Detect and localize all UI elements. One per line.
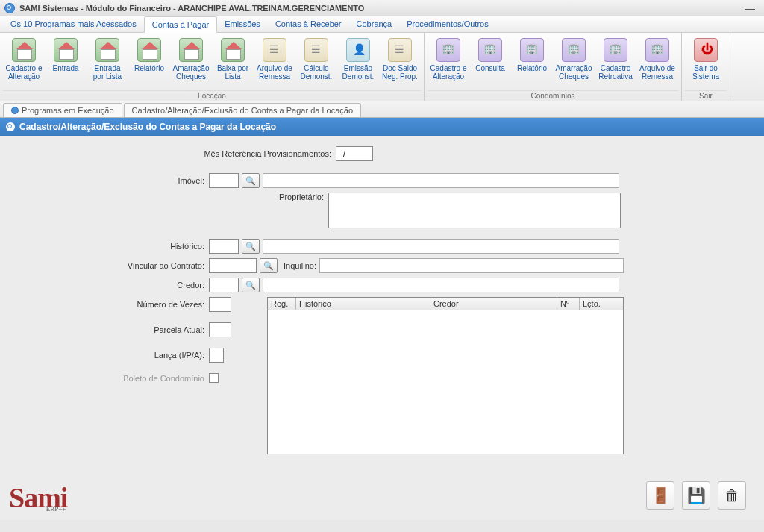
ribbon-btn-doc-saldo[interactable]: Doc Saldo Neg. Prop. bbox=[379, 34, 421, 90]
ribbon-btn-emissao-demonst[interactable]: Emissão Demonst. bbox=[337, 34, 379, 90]
ribbon-btn-condo-relatorio[interactable]: Relatório bbox=[511, 34, 553, 90]
imovel-lookup-button[interactable]: 🔍 bbox=[242, 173, 260, 188]
parcela-input[interactable] bbox=[209, 322, 231, 337]
building-icon bbox=[520, 38, 544, 62]
minimize-button[interactable]: — bbox=[740, 2, 760, 14]
parcela-label: Parcela Atual: bbox=[15, 325, 209, 334]
trash-icon: 🗑 bbox=[724, 487, 739, 504]
ribbon-group-sair: Sair do Sistema Sair bbox=[682, 33, 730, 101]
menu-tab-emissoes[interactable]: Emissões bbox=[217, 16, 268, 32]
building-icon bbox=[645, 38, 669, 62]
grid-col-credor[interactable]: Credor bbox=[430, 298, 557, 310]
vincular-lookup-button[interactable]: 🔍 bbox=[260, 258, 278, 273]
magnifier-icon bbox=[6, 122, 15, 131]
document-tabs: Programas em Execução Cadastro/Alteração… bbox=[0, 101, 764, 118]
ribbon-btn-calculo-demonst[interactable]: Cálculo Demonst. bbox=[295, 34, 337, 90]
grid-body[interactable] bbox=[268, 310, 623, 454]
historico-code-input[interactable] bbox=[209, 239, 239, 254]
ribbon-btn-cadastro-alteracao[interactable]: Cadastro e Alteração bbox=[3, 34, 45, 90]
imovel-code-input[interactable] bbox=[209, 173, 239, 188]
lancamentos-grid[interactable]: Reg. Histórico Credor Nº Lçto. bbox=[267, 297, 624, 454]
credor-label: Credor: bbox=[15, 281, 209, 290]
save-button[interactable]: 💾 bbox=[682, 481, 710, 510]
credor-code-input[interactable] bbox=[209, 278, 239, 292]
subtab-programas-execucao[interactable]: Programas em Execução bbox=[3, 103, 122, 117]
imovel-desc-display bbox=[263, 173, 619, 188]
exit-button[interactable]: 🚪 bbox=[646, 481, 674, 510]
proprietario-textarea[interactable] bbox=[328, 193, 621, 228]
ribbon-btn-condo-cadastro[interactable]: Cadastro e Alteração bbox=[428, 34, 469, 90]
ribbon-btn-condo-remessa[interactable]: Arquivo de Remessa bbox=[636, 34, 678, 90]
lanca-input[interactable] bbox=[209, 348, 224, 363]
floppy-icon: 💾 bbox=[687, 486, 706, 504]
lanca-label: Lança (I/P/A): bbox=[15, 351, 209, 360]
grid-col-num[interactable]: Nº bbox=[557, 298, 580, 310]
menu-tab-cobranca[interactable]: Cobrança bbox=[349, 16, 400, 32]
panel-header: Cadastro/Alteração/Exclusão do Contas a … bbox=[0, 118, 764, 136]
main-menubar: Os 10 Programas mais Acessados Contas à … bbox=[0, 16, 764, 33]
building-icon bbox=[436, 38, 460, 62]
mes-ref-input[interactable] bbox=[336, 146, 373, 161]
panel-title: Cadastro/Alteração/Exclusão do Contas a … bbox=[19, 122, 276, 132]
house-icon bbox=[179, 38, 203, 62]
menu-tab-programas[interactable]: Os 10 Programas mais Acessados bbox=[3, 16, 144, 32]
power-icon bbox=[694, 38, 718, 62]
ribbon-group-label: Locação bbox=[3, 90, 421, 101]
ribbon-btn-baixa-lista[interactable]: Baixa por Lista bbox=[212, 34, 254, 90]
ribbon-btn-entrada-lista[interactable]: Entrada por Lista bbox=[87, 34, 128, 90]
ribbon-btn-entrada[interactable]: Entrada bbox=[45, 34, 87, 90]
ribbon-toolbar: Cadastro e Alteração Entrada Entrada por… bbox=[0, 33, 764, 101]
delete-button[interactable]: 🗑 bbox=[718, 481, 746, 510]
document-icon bbox=[263, 38, 286, 62]
credor-lookup-button[interactable]: 🔍 bbox=[242, 278, 260, 292]
window-title: SAMI Sistemas - Módulo do Financeiro - A… bbox=[19, 4, 364, 13]
ribbon-btn-condo-retroativa[interactable]: Cadastro Retroativa bbox=[595, 34, 636, 90]
document-icon bbox=[388, 38, 412, 62]
house-icon bbox=[137, 38, 161, 62]
bullet-icon bbox=[11, 107, 19, 114]
ribbon-btn-arquivo-remessa[interactable]: Arquivo de Remessa bbox=[254, 34, 295, 90]
sami-logo: Sami ERP++ bbox=[9, 481, 67, 514]
building-icon bbox=[562, 38, 586, 62]
document-icon bbox=[304, 38, 328, 62]
ribbon-btn-relatorio[interactable]: Relatório bbox=[128, 34, 170, 90]
ribbon-group-label: Sair bbox=[685, 90, 727, 101]
grid-col-historico[interactable]: Histórico bbox=[296, 298, 430, 310]
historico-desc-display bbox=[263, 239, 619, 254]
window-titlebar: SAMI Sistemas - Módulo do Financeiro - A… bbox=[0, 0, 764, 16]
form-area: Mês Referência Provisionamentos: Imóvel:… bbox=[0, 136, 764, 520]
door-icon: 🚪 bbox=[651, 486, 670, 504]
historico-label: Histórico: bbox=[15, 242, 209, 251]
house-icon bbox=[221, 38, 245, 62]
proprietario-label: Proprietário: bbox=[15, 193, 328, 201]
menu-tab-contas-receber[interactable]: Contas à Receber bbox=[268, 16, 349, 32]
ribbon-btn-sair[interactable]: Sair do Sistema bbox=[685, 34, 727, 90]
mes-ref-label: Mês Referência Provisionamentos: bbox=[15, 149, 336, 158]
footer-toolbar: 🚪 💾 🗑 bbox=[646, 481, 746, 510]
grid-col-reg[interactable]: Reg. bbox=[268, 298, 296, 310]
building-icon bbox=[604, 38, 627, 62]
menu-tab-contas-pagar[interactable]: Contas à Pagar bbox=[144, 16, 217, 33]
ribbon-btn-condo-amarracao[interactable]: Amarração Cheques bbox=[553, 34, 595, 90]
house-icon bbox=[96, 38, 119, 62]
num-vezes-input[interactable] bbox=[209, 297, 231, 312]
menu-tab-procedimentos[interactable]: Procedimentos/Outros bbox=[399, 16, 495, 32]
vincular-input[interactable] bbox=[209, 258, 257, 273]
house-icon bbox=[12, 38, 36, 62]
grid-header: Reg. Histórico Credor Nº Lçto. bbox=[268, 298, 623, 310]
ribbon-group-locacao: Cadastro e Alteração Entrada Entrada por… bbox=[0, 33, 425, 101]
person-icon bbox=[346, 38, 370, 62]
ribbon-group-label: Condomínios bbox=[428, 90, 678, 101]
inquilino-label: Inquilino: bbox=[284, 261, 316, 270]
ribbon-group-condominios: Cadastro e Alteração Consulta Relatório … bbox=[425, 33, 682, 101]
inquilino-display bbox=[319, 258, 624, 273]
ribbon-btn-condo-consulta[interactable]: Consulta bbox=[469, 34, 511, 90]
grid-col-lcto[interactable]: Lçto. bbox=[580, 298, 613, 310]
building-icon bbox=[478, 38, 502, 62]
historico-lookup-button[interactable]: 🔍 bbox=[242, 239, 260, 254]
boleto-checkbox[interactable] bbox=[209, 373, 219, 383]
subtab-cadastro-contas[interactable]: Cadastro/Alteração/Exclusão do Contas a … bbox=[124, 103, 362, 117]
imovel-label: Imóvel: bbox=[15, 176, 209, 185]
ribbon-btn-amarracao-cheques[interactable]: Amarração Cheques bbox=[170, 34, 212, 90]
app-icon bbox=[4, 3, 15, 13]
